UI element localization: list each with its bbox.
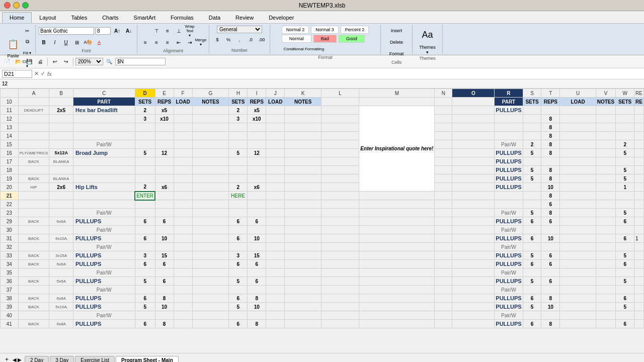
cell-18-F[interactable] (174, 166, 192, 174)
cell-29-U[interactable] (560, 217, 596, 226)
cell-33-O[interactable] (452, 251, 495, 260)
cell-21-M[interactable] (359, 192, 435, 200)
cell-20-I[interactable]: x6 (248, 183, 266, 192)
cell-30-O[interactable] (452, 226, 495, 234)
style-percent2[interactable]: Percent 2 (341, 26, 369, 34)
cell-35-R[interactable]: Pair/W (495, 268, 523, 277)
cell-20-O[interactable] (452, 183, 495, 192)
prev-sheet-button[interactable]: ◀ (13, 357, 17, 363)
cell-17-RE[interactable] (634, 157, 644, 166)
cell-37-B[interactable] (49, 286, 73, 294)
cell-38-S[interactable]: 6 (523, 294, 541, 303)
increase-decimal-button[interactable]: .00 (257, 35, 267, 45)
cell-35-T[interactable] (541, 268, 560, 277)
cell-12-K[interactable] (285, 115, 321, 123)
cell-39-U[interactable] (560, 303, 596, 311)
cell-15-H[interactable] (229, 140, 248, 149)
cell-18-G[interactable] (192, 166, 229, 174)
cell-20-C[interactable]: Hip Lifts (73, 183, 135, 192)
themes2-button[interactable]: Themes ▾ (423, 45, 433, 55)
cell-30-H[interactable] (229, 226, 248, 234)
cell-40-T[interactable] (541, 311, 560, 320)
cell-31-U[interactable] (560, 234, 596, 243)
cell-40-K[interactable] (285, 311, 321, 320)
cell-39-R[interactable]: Pullups (495, 303, 523, 311)
cell-29-S[interactable]: 6 (523, 217, 541, 226)
cell-39-D[interactable]: 5 (135, 303, 155, 311)
cell-29-RE[interactable] (634, 217, 644, 226)
minimize-button[interactable] (13, 2, 20, 9)
cell-30-M[interactable] (359, 226, 435, 234)
cell-30-I[interactable] (248, 226, 266, 234)
cell-15-V[interactable] (596, 140, 615, 149)
font-grow-button[interactable]: A↑ (112, 26, 122, 36)
cell-39-S[interactable]: 5 (523, 303, 541, 311)
cell-16-I[interactable]: 12 (248, 149, 266, 157)
cell-13-R[interactable] (495, 123, 523, 132)
cell-37-T[interactable] (541, 286, 560, 294)
cell-33-L[interactable] (321, 251, 359, 260)
cell-38-B[interactable]: 6x8A (49, 294, 73, 303)
formula-function-icon[interactable]: fx (47, 71, 52, 77)
cell-31-K[interactable] (285, 234, 321, 243)
formula-input[interactable] (54, 70, 642, 77)
cell-14-I[interactable] (248, 132, 266, 140)
cell-18-I[interactable] (248, 166, 266, 174)
cell-40-C[interactable]: Pair/W (73, 311, 135, 320)
cell-18-S[interactable]: 5 (523, 166, 541, 174)
cell-33-H[interactable]: 3 (229, 251, 248, 260)
cell-39-RE[interactable] (634, 303, 644, 311)
cell-21-U[interactable] (560, 192, 596, 200)
cell-39-W[interactable]: 5 (616, 303, 634, 311)
cell-11-B[interactable]: 2x5 (49, 106, 73, 115)
cell-17-R[interactable]: Pullups (495, 157, 523, 166)
cell-14-G[interactable] (192, 132, 229, 140)
cell-15-T[interactable]: 8 (541, 140, 560, 149)
cell-41-L[interactable] (321, 320, 359, 328)
cell-13-E[interactable] (155, 123, 174, 132)
cell-11-O[interactable] (452, 106, 495, 115)
cell-41-U[interactable] (560, 320, 596, 328)
merge-button[interactable]: Merge ▾ (196, 37, 206, 47)
cell-35-S[interactable] (523, 268, 541, 277)
cell-34-V[interactable] (596, 260, 615, 268)
cell-19-B[interactable]: BLANKA (49, 174, 73, 183)
cell-21-V[interactable] (596, 192, 615, 200)
cell-17-H[interactable] (229, 157, 248, 166)
cell-36-A[interactable]: BACK (18, 277, 49, 286)
cell-12-J[interactable] (266, 115, 285, 123)
cell-41-I[interactable]: 8 (248, 320, 266, 328)
cell-23-I[interactable] (248, 209, 266, 217)
wrap-text-button[interactable]: Wrap Text ▾ (185, 26, 195, 36)
cell-41-T[interactable]: 8 (541, 320, 560, 328)
cell-40-S[interactable] (523, 311, 541, 320)
col-O[interactable]: O (452, 89, 495, 98)
cell-19-V[interactable] (596, 174, 615, 183)
cell-31-R[interactable]: Pullups (495, 234, 523, 243)
cell-10-K[interactable]: NOTES (285, 98, 321, 106)
cell-29-A[interactable]: BACK (18, 217, 49, 226)
cell-38-D[interactable]: 6 (135, 294, 155, 303)
cell-35-K[interactable] (285, 268, 321, 277)
align-center-button[interactable]: ≡ (151, 37, 162, 47)
font-color-button[interactable]: A (94, 37, 104, 47)
cell-30-D[interactable] (135, 226, 155, 234)
cell-29-D[interactable]: 6 (135, 217, 155, 226)
cell-22-S[interactable] (523, 200, 541, 209)
cell-10-O[interactable] (452, 98, 495, 106)
cell-40-W[interactable] (616, 311, 634, 320)
cell-32-S[interactable] (523, 243, 541, 251)
cell-23-G[interactable] (192, 209, 229, 217)
cell-31-RE[interactable]: 1 (634, 234, 644, 243)
cell-29-M[interactable] (359, 217, 435, 226)
cell-17-V[interactable] (596, 157, 615, 166)
cell-13-G[interactable] (192, 123, 229, 132)
cell-32-N[interactable] (435, 243, 452, 251)
cell-12-B[interactable] (49, 115, 73, 123)
cell-12-O[interactable] (452, 115, 495, 123)
cell-38-F[interactable] (174, 294, 192, 303)
cell-35-G[interactable] (192, 268, 229, 277)
cell-35-V[interactable] (596, 268, 615, 277)
cell-10-I[interactable]: REPS (248, 98, 266, 106)
cell-23-C[interactable]: Pair/W (73, 209, 135, 217)
